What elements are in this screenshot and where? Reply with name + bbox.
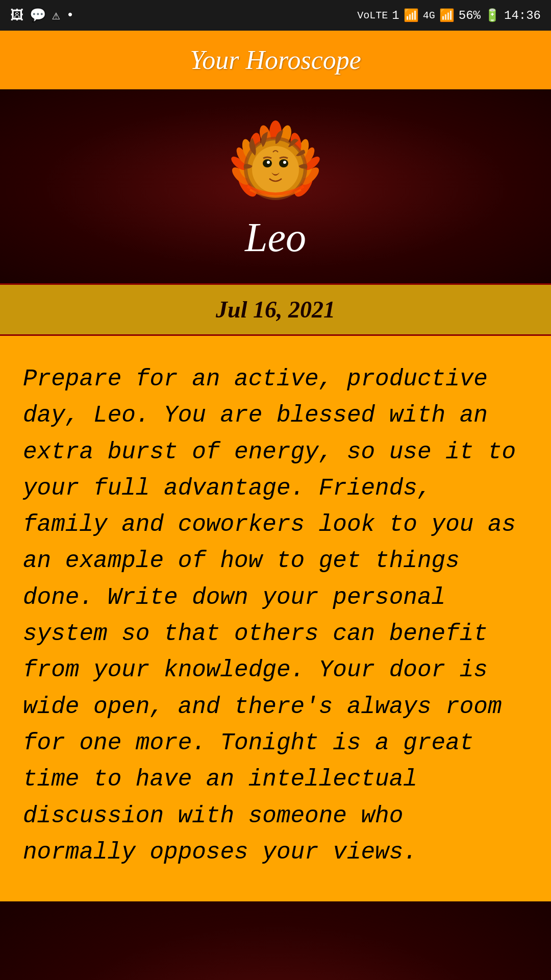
4g-icon: 4G: [423, 10, 435, 21]
bottom-section: About Sign Back Home: [0, 901, 551, 980]
sign-name: Leo: [245, 214, 306, 261]
leo-lion-icon: [230, 117, 321, 209]
page-title: Your Horoscope: [10, 45, 541, 75]
svg-point-24: [283, 161, 286, 164]
date-display: Jul 16, 2021: [10, 296, 541, 323]
svg-point-23: [267, 161, 270, 164]
dot-status-icon: •: [66, 8, 74, 23]
time-display: 14:36: [504, 9, 541, 22]
image-status-icon: 🖼: [10, 7, 23, 23]
battery-text: 56%: [459, 9, 481, 22]
alert-status-icon: ⚠: [52, 7, 60, 23]
leo-icon-container: [230, 117, 321, 209]
volte-icon: VoLTE: [357, 10, 388, 21]
sign-section: Leo: [0, 89, 551, 283]
sim-icon: 1: [392, 9, 399, 22]
status-left-icons: 🖼 💬 ⚠ •: [10, 7, 74, 23]
date-banner: Jul 16, 2021: [0, 283, 551, 336]
status-right-info: VoLTE 1 📶 4G 📶 56% 🔋 14:36: [357, 8, 541, 23]
signal2-icon: 📶: [439, 8, 455, 23]
signal-icon: 📶: [404, 8, 419, 23]
battery-icon: 🔋: [485, 8, 500, 23]
svg-point-20: [252, 146, 299, 193]
horoscope-text: Prepare for an active, productive day, L…: [23, 361, 528, 871]
horoscope-content-section: Prepare for an active, productive day, L…: [0, 336, 551, 901]
status-bar: 🖼 💬 ⚠ • VoLTE 1 📶 4G 📶 56% 🔋 14:36: [0, 0, 551, 31]
message-status-icon: 💬: [30, 7, 46, 23]
app-header: Your Horoscope: [0, 31, 551, 89]
